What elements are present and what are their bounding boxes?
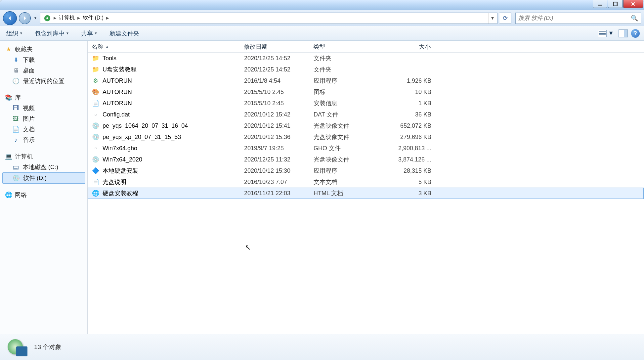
file-row[interactable]: 🎨AUTORUN2015/5/10 2:45图标10 KB bbox=[88, 86, 644, 98]
file-row[interactable]: 💿pe_yqs_1064_20_07_31_16_042020/10/12 15… bbox=[88, 120, 644, 131]
file-name: AUTORUN bbox=[103, 77, 132, 84]
address-bar[interactable]: ▶ 计算机 ▶ 软件 (D:) ▶ ▾ bbox=[40, 13, 497, 24]
sidebar-item-pictures[interactable]: 🖼图片 bbox=[2, 113, 85, 124]
file-row[interactable]: 📄光盘说明2016/10/23 7:07文本文档5 KB bbox=[88, 176, 644, 188]
file-row[interactable]: 📁U盘安装教程2020/12/25 14:52文件夹 bbox=[88, 64, 644, 75]
sidebar-item-desktop[interactable]: 🖥桌面 bbox=[2, 65, 85, 76]
file-date: 2015/5/10 2:45 bbox=[240, 89, 310, 96]
file-type: 光盘映像文件 bbox=[310, 156, 379, 163]
txt-icon: 📄 bbox=[92, 178, 99, 186]
iso-icon: 💿 bbox=[92, 156, 99, 163]
sidebar-network: 🌐网络 bbox=[2, 190, 85, 200]
forward-button[interactable] bbox=[19, 12, 31, 24]
file-type: 文件夹 bbox=[310, 54, 379, 62]
file-row[interactable]: ▫Config.dat2020/10/12 15:42DAT 文件36 KB bbox=[88, 109, 644, 120]
file-row[interactable]: 📁Tools2020/12/25 14:52文件夹 bbox=[88, 53, 644, 64]
file-row[interactable]: ▫Win7x64.gho2019/9/7 19:25GHO 文件2,900,81… bbox=[88, 143, 644, 154]
file-row[interactable]: 🔷本地硬盘安装2020/10/12 15:30应用程序28,315 KB bbox=[88, 165, 644, 176]
sidebar-network-header[interactable]: 🌐网络 bbox=[2, 190, 85, 200]
address-dropdown[interactable]: ▾ bbox=[489, 13, 496, 23]
library-icon: 📚 bbox=[5, 94, 12, 101]
hdd-icon: 🖴 bbox=[12, 163, 20, 171]
file-row[interactable]: ⚙AUTORUN2016/1/8 4:54应用程序1,926 KB bbox=[88, 75, 644, 86]
computer-icon: 💻 bbox=[5, 153, 12, 160]
file-date: 2019/9/7 19:25 bbox=[240, 145, 310, 152]
sidebar-item-label: 文档 bbox=[23, 125, 35, 133]
sidebar-libraries-header[interactable]: 📚库 bbox=[2, 92, 85, 103]
help-button[interactable]: ? bbox=[631, 29, 640, 38]
window-controls bbox=[593, 0, 643, 8]
toolbar: 组织▼ 包含到库中▼ 共享▼ 新建文件夹 ▼ ? bbox=[0, 26, 644, 41]
column-name[interactable]: 名称▲ bbox=[88, 41, 240, 52]
file-row[interactable]: 🌐硬盘安装教程2016/11/21 22:03HTML 文档3 KB bbox=[88, 188, 644, 199]
file-row[interactable]: 💿Win7x64_20202020/12/25 11:32光盘映像文件3,874… bbox=[88, 154, 644, 165]
file-size: 279,696 KB bbox=[379, 134, 435, 141]
new-folder-button[interactable]: 新建文件夹 bbox=[107, 28, 141, 39]
share-menu[interactable]: 共享▼ bbox=[79, 28, 100, 39]
sidebar-header-label: 收藏夹 bbox=[15, 45, 33, 53]
column-date[interactable]: 修改日期 bbox=[240, 41, 309, 52]
chevron-right-icon: ▶ bbox=[53, 16, 57, 20]
sidebar-item-label: 最近访问的位置 bbox=[23, 77, 64, 85]
maximize-button[interactable] bbox=[608, 0, 623, 8]
html-icon: 🌐 bbox=[92, 190, 99, 197]
ico-icon: 🎨 bbox=[92, 88, 99, 96]
newfolder-label: 新建文件夹 bbox=[109, 29, 139, 37]
search-icon[interactable]: 🔍 bbox=[631, 15, 638, 22]
sidebar-item-videos[interactable]: 🎞视频 bbox=[2, 103, 85, 113]
sidebar-item-label: 图片 bbox=[23, 115, 35, 123]
file-size: 2,900,813 ... bbox=[379, 145, 435, 152]
file-type: GHO 文件 bbox=[310, 144, 379, 152]
minimize-button[interactable] bbox=[593, 0, 607, 8]
sidebar-item-drive-c[interactable]: 🖴本地磁盘 (C:) bbox=[2, 162, 85, 172]
status-text: 13 个对象 bbox=[34, 343, 62, 351]
file-type: 安装信息 bbox=[310, 99, 379, 107]
file-row[interactable]: 📄AUTORUN2015/5/10 2:45安装信息1 KB bbox=[88, 98, 644, 109]
sidebar-header-label: 网络 bbox=[15, 191, 27, 199]
file-type: 文件夹 bbox=[310, 66, 379, 73]
document-icon: 📄 bbox=[12, 126, 20, 133]
sidebar-favorites-header[interactable]: ★收藏夹 bbox=[2, 44, 85, 55]
search-box[interactable]: 🔍 bbox=[515, 13, 641, 24]
search-input[interactable] bbox=[518, 15, 631, 22]
history-dropdown[interactable]: ▼ bbox=[33, 16, 38, 20]
organize-menu[interactable]: 组织▼ bbox=[4, 28, 25, 39]
file-type: 光盘映像文件 bbox=[310, 122, 379, 130]
sidebar-item-label: 本地磁盘 (C:) bbox=[23, 163, 58, 171]
view-mode-button[interactable]: ▼ bbox=[597, 28, 615, 38]
sidebar-libraries: 📚库 🎞视频 🖼图片 📄文档 ♪音乐 bbox=[2, 92, 85, 145]
iso-icon: 💿 bbox=[92, 122, 99, 129]
sidebar-item-music[interactable]: ♪音乐 bbox=[2, 135, 85, 145]
folder-icon: 📁 bbox=[92, 66, 99, 73]
preview-pane-button[interactable] bbox=[619, 29, 628, 37]
breadcrumb-root-icon[interactable] bbox=[42, 13, 53, 23]
video-icon: 🎞 bbox=[12, 105, 20, 112]
chevron-right-icon: ▶ bbox=[106, 16, 109, 20]
column-size[interactable]: 大小 bbox=[379, 41, 435, 52]
breadcrumb-computer[interactable]: 计算机 bbox=[57, 13, 77, 23]
file-size: 652,072 KB bbox=[379, 122, 435, 129]
column-type[interactable]: 类型 bbox=[309, 41, 379, 52]
sidebar-item-drive-d[interactable]: 💿软件 (D:) bbox=[2, 172, 85, 184]
sidebar-item-recent[interactable]: 🕘最近访问的位置 bbox=[2, 76, 85, 86]
sidebar-computer-header[interactable]: 💻计算机 bbox=[2, 151, 85, 162]
sidebar-item-label: 音乐 bbox=[23, 136, 35, 144]
back-button[interactable] bbox=[3, 11, 17, 25]
sidebar-item-downloads[interactable]: ⬇下载 bbox=[2, 55, 85, 65]
refresh-button[interactable]: ⟳ bbox=[499, 13, 511, 24]
file-name: pe_yqs_xp_20_07_31_15_53 bbox=[103, 134, 181, 141]
status-bar: 13 个对象 bbox=[0, 334, 644, 360]
file-name: Win7x64_2020 bbox=[103, 156, 142, 163]
file-date: 2020/10/12 15:42 bbox=[240, 111, 310, 118]
close-button[interactable] bbox=[623, 0, 643, 8]
file-row[interactable]: 💿pe_yqs_xp_20_07_31_15_532020/10/12 15:3… bbox=[88, 131, 644, 143]
iso-icon: 💿 bbox=[92, 133, 99, 141]
drive-icon: 💿 bbox=[13, 174, 20, 182]
download-icon: ⬇ bbox=[12, 56, 20, 64]
sidebar-item-documents[interactable]: 📄文档 bbox=[2, 124, 85, 135]
file-date: 2020/10/12 15:36 bbox=[240, 134, 310, 141]
include-in-library-menu[interactable]: 包含到库中▼ bbox=[33, 28, 71, 39]
include-label: 包含到库中 bbox=[35, 29, 64, 37]
breadcrumb-drive[interactable]: 软件 (D:) bbox=[81, 13, 106, 23]
file-size: 36 KB bbox=[379, 111, 435, 118]
